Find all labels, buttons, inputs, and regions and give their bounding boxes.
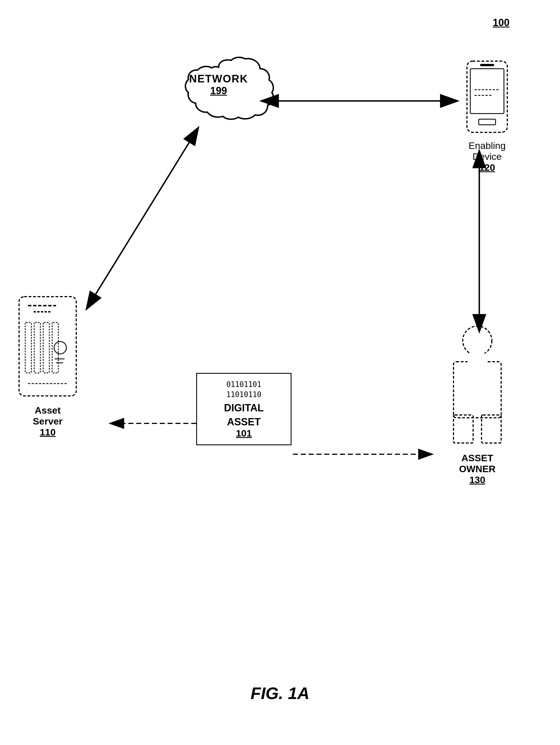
arrows-overlay xyxy=(0,0,560,745)
figure-caption: FIG. 1A xyxy=(0,684,560,703)
network-to-server-arrow xyxy=(87,140,191,309)
diagram-container: 100 NETWORK 199 Enabling Device 120 xyxy=(0,0,560,745)
